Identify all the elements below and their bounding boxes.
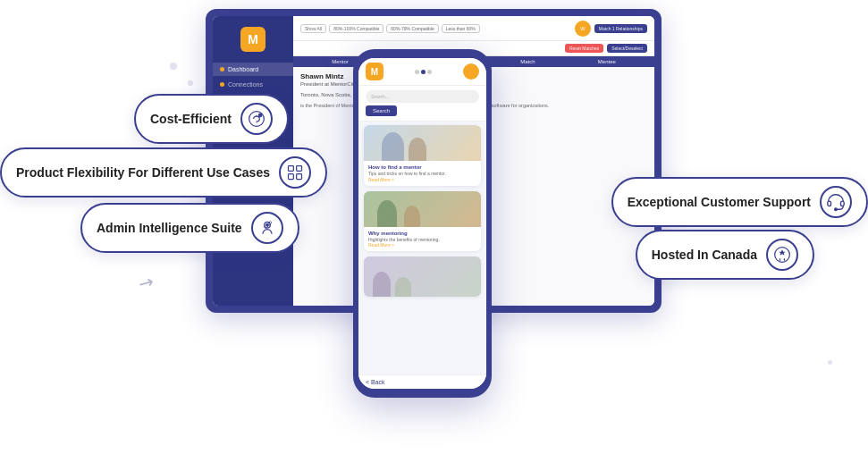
svg-point-11	[835, 208, 838, 211]
pill-flexibility-label: Product Flexibility For Different Use Ca…	[16, 165, 270, 180]
svg-rect-10	[841, 201, 845, 206]
feed-link-2[interactable]: Read More >	[368, 242, 476, 248]
arrow-decoration: ↗	[134, 269, 158, 295]
mobile-nav-dots	[415, 70, 432, 74]
tab-match[interactable]: Match	[520, 59, 535, 64]
dot-3	[828, 360, 832, 365]
pill-flexibility: Product Flexibility For Different Use Ca…	[0, 147, 327, 198]
tab-mentee[interactable]: Mentee	[598, 59, 616, 64]
pill-canada: Hosted In Canada	[636, 230, 814, 280]
svg-point-12	[775, 248, 790, 263]
mobile-feed: How to find a mentor Tips and tricks on …	[358, 122, 486, 374]
mobile-avatar	[463, 63, 479, 80]
sidebar-dot	[220, 67, 224, 71]
pill-canada-label: Hosted In Canada	[652, 248, 757, 262]
feed-card-2: Why mentoring Highlights the benefits of…	[364, 191, 481, 252]
svg-rect-5	[288, 174, 293, 180]
pill-admin-label: Admin Intelligence Suite	[97, 221, 242, 235]
select-button[interactable]: Select/Deselect	[607, 44, 647, 53]
filter-less60[interactable]: Less than 60%	[442, 24, 480, 33]
sidebar-item-dashboard[interactable]: Dashboard	[213, 63, 293, 76]
nav-dot-1	[415, 70, 419, 74]
admin-icon	[251, 212, 283, 244]
reset-button[interactable]: Reset Matches	[565, 44, 603, 53]
person-silhouette-5	[373, 272, 391, 297]
feed-image-3	[364, 256, 481, 297]
svg-rect-9	[828, 201, 831, 206]
feed-body-2: Why mentoring Highlights the benefits of…	[364, 227, 481, 252]
top-bar: Show All 80%-100% Compatible 60%-79% Com…	[293, 16, 654, 41]
feed-card-3	[364, 256, 481, 297]
feed-image-2	[364, 191, 481, 227]
cost-icon	[240, 103, 273, 135]
feed-card-1: How to find a mentor Tips and tricks on …	[364, 125, 481, 186]
search-placeholder: Search...	[371, 94, 389, 99]
match-button[interactable]: Match 1 Relationships	[594, 24, 647, 33]
filter-all[interactable]: Show All	[300, 24, 326, 33]
sidebar-item-connections[interactable]: Connections	[213, 78, 293, 91]
mobile-screen: M Search... Search	[358, 58, 486, 389]
user-avatar: W	[575, 21, 591, 37]
tab-mentor[interactable]: Mentor	[332, 59, 349, 64]
person-silhouette-1	[382, 132, 404, 161]
filter-tabs: Show All 80%-100% Compatible 60%-79% Com…	[300, 24, 480, 33]
mobile-header: M	[358, 58, 486, 86]
nav-dot-2	[421, 70, 426, 74]
sidebar-logo: M	[240, 27, 265, 52]
pill-support: Exceptional Customer Support	[611, 177, 868, 227]
feed-link-1[interactable]: Read More >	[368, 177, 476, 182]
flexibility-icon	[279, 156, 311, 189]
top-bar-right: W Match 1 Relationships	[575, 21, 647, 37]
mobile-logo: M	[366, 63, 383, 80]
svg-point-0	[249, 112, 265, 127]
person-silhouette-4	[404, 206, 420, 227]
pill-cost: Cost-Efficient	[134, 94, 289, 144]
dot-2	[188, 80, 193, 86]
feed-title-2: Why mentoring	[368, 231, 476, 236]
feed-title-1: How to find a mentor	[368, 164, 476, 170]
support-icon	[820, 186, 852, 218]
person-silhouette-3	[377, 200, 397, 227]
mobile-search: Search... Search	[358, 86, 486, 122]
pill-support-label: Exceptional Customer Support	[628, 195, 811, 209]
feed-image-1	[364, 125, 481, 161]
pill-cost-label: Cost-Efficient	[150, 112, 232, 126]
mobile-search-button[interactable]: Search	[366, 105, 397, 116]
svg-rect-6	[297, 174, 302, 180]
filter-80[interactable]: 80%-100% Compatible	[329, 24, 383, 33]
mobile-search-bar[interactable]: Search...	[366, 90, 479, 103]
feed-body-1: How to find a mentor Tips and tricks on …	[364, 161, 481, 186]
person-silhouette-2	[409, 138, 426, 161]
canada-icon	[766, 239, 798, 271]
sidebar-dot	[220, 82, 224, 87]
scene: M Dashboard Connections Groups Mentors	[0, 0, 868, 454]
mobile-mockup: M Search... Search	[353, 49, 492, 398]
filter-60[interactable]: 60%-79% Compatible	[386, 24, 438, 33]
svg-rect-4	[297, 166, 302, 172]
dot-1	[170, 63, 177, 70]
mobile-back-button[interactable]: < Back	[358, 374, 486, 389]
nav-dot-3	[427, 70, 432, 74]
person-silhouette-6	[395, 277, 411, 297]
svg-rect-3	[288, 166, 293, 172]
pill-admin: Admin Intelligence Suite	[80, 203, 299, 253]
